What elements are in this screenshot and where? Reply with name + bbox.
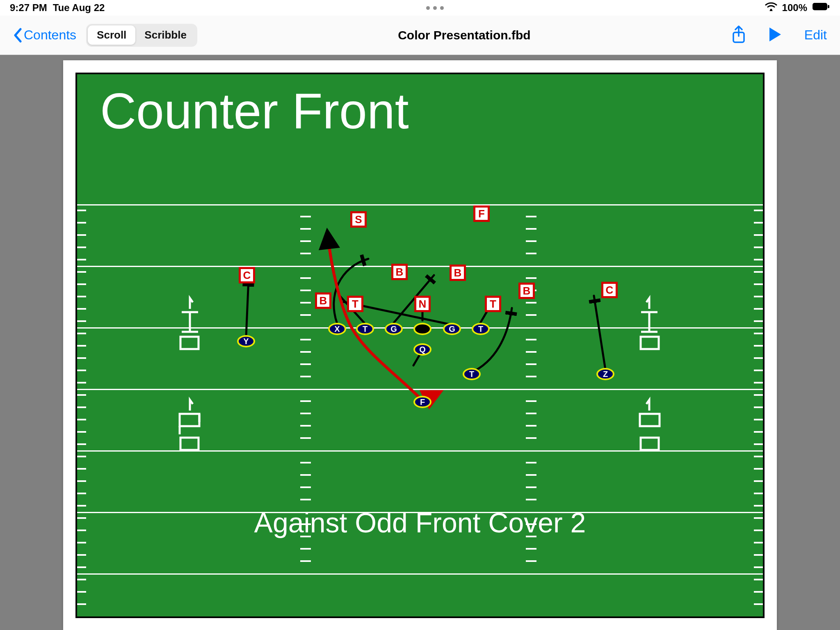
- chevron-left-icon: [13, 28, 22, 43]
- off-tailback: T: [463, 368, 481, 380]
- multitask-dots-icon[interactable]: [426, 6, 444, 10]
- svg-rect-2: [828, 5, 829, 8]
- ios-status-bar: 9:27 PM Tue Aug 22 100%: [0, 0, 840, 16]
- def-backer-3: B: [450, 265, 466, 281]
- play-icon: [768, 27, 782, 42]
- def-nose: N: [414, 296, 431, 312]
- svg-rect-1: [813, 3, 827, 10]
- view-mode-segmented: Scroll Scribble: [86, 24, 197, 47]
- off-t-left: T: [356, 323, 374, 335]
- off-y: Y: [237, 335, 255, 347]
- off-x: X: [328, 323, 346, 335]
- document-toolbar: Contents Scroll Scribble Color Presentat…: [0, 16, 840, 55]
- off-q: Q: [413, 343, 431, 356]
- def-tackle-right: T: [485, 296, 501, 312]
- document-title: Color Presentation.fbd: [207, 28, 721, 42]
- def-free-safety: F: [473, 205, 490, 222]
- def-backer-4: B: [518, 283, 535, 299]
- back-label: Contents: [24, 27, 76, 43]
- football-field: Counter Front Against Odd Front Cover 2: [75, 73, 765, 618]
- def-backer-1: B: [315, 292, 331, 309]
- canvas-background: Counter Front Against Odd Front Cover 2: [0, 55, 840, 630]
- share-button[interactable]: [731, 25, 746, 45]
- off-g-left: G: [385, 323, 403, 335]
- wifi-icon: [765, 2, 777, 14]
- back-button[interactable]: Contents: [13, 27, 76, 43]
- def-tackle-left: T: [347, 296, 363, 312]
- off-f: F: [413, 396, 431, 408]
- def-safety: S: [350, 211, 367, 228]
- segment-scribble[interactable]: Scribble: [135, 25, 196, 45]
- status-time: 9:27 PM: [10, 2, 47, 14]
- def-corner-left: C: [239, 267, 255, 283]
- segment-scroll[interactable]: Scroll: [88, 25, 135, 45]
- def-backer-2: B: [391, 264, 408, 280]
- svg-point-0: [770, 9, 772, 11]
- off-t-right: T: [472, 323, 490, 335]
- off-g-right: G: [443, 323, 461, 335]
- play-button[interactable]: [768, 27, 782, 44]
- def-corner-right: C: [601, 282, 618, 298]
- battery-icon: [812, 2, 830, 14]
- off-center: [413, 323, 431, 335]
- status-date: Tue Aug 22: [53, 2, 105, 14]
- svg-marker-5: [769, 27, 781, 41]
- play-routes: [77, 74, 766, 484]
- slide-page: Counter Front Against Odd Front Cover 2: [63, 60, 777, 630]
- off-z: Z: [596, 368, 614, 380]
- share-icon: [731, 25, 746, 43]
- edit-button[interactable]: Edit: [804, 27, 827, 43]
- battery-percent: 100%: [782, 2, 807, 14]
